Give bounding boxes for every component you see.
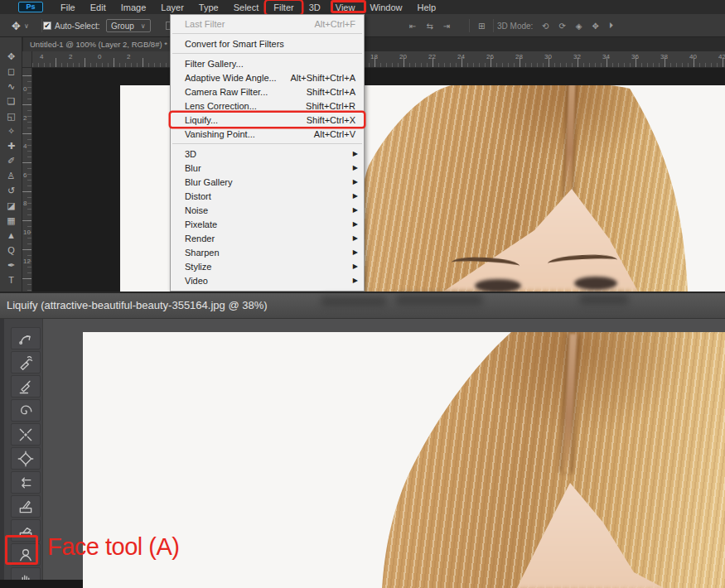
menu-select[interactable]: Select [226,1,267,14]
filter-menu-item-lens-correction[interactable]: Lens Correction...Shift+Ctrl+R [171,99,364,113]
type-tool[interactable]: T [0,272,22,287]
filter-menu-item-blur[interactable]: Blur▶ [171,161,364,175]
ruler-label: 32 [573,53,581,60]
menu-separator [172,53,362,54]
camera-3d-icon[interactable]: ⏵ [609,21,613,31]
gradient-tool[interactable]: ▦ [0,213,22,228]
document-tab-title: Untitled-1 @ 100% (Layer 2, RGB/8#) * [30,40,167,49]
filter-menu-item-noise[interactable]: Noise▶ [171,203,364,217]
liquify-smooth-tool[interactable] [11,375,41,398]
healing-brush-tool[interactable]: ✚ [0,138,22,153]
forward-warp-tool-icon [17,330,34,347]
menu-window[interactable]: Window [362,1,409,14]
lasso-tool[interactable]: ∿ [0,79,22,94]
ruler-label: 12 [23,258,31,265]
dodge-tool[interactable]: Q [0,243,22,258]
ruler-label: 18 [370,53,378,60]
menu-help[interactable]: Help [410,1,444,14]
align-centers-icon[interactable]: ⇆ [426,22,433,31]
face-tool-annotation-box [5,535,38,565]
ruler-label: 22 [428,53,436,60]
filter-menu-item-pixelate[interactable]: Pixelate▶ [171,217,364,231]
ruler-label: 10 [23,229,31,236]
filter-menu-item-video[interactable]: Video▶ [171,273,364,287]
eyedropper-tool[interactable]: ✧ [0,123,22,138]
chevron-down-icon: ∨ [141,22,146,30]
filter-menu-item-stylize[interactable]: Stylize▶ [171,259,364,273]
history-brush-tool[interactable]: ↺ [0,183,22,198]
grid-icon[interactable]: ⊞ [478,22,485,31]
liquify-title: Liquify (attractive-beautiful-beauty-355… [7,299,268,311]
menu-separator [172,33,362,34]
pucker-tool-icon [17,427,34,443]
ruler-label: 30 [544,53,552,60]
ruler-label: 28 [515,53,523,60]
filter-menu-item-camera-raw-filter[interactable]: Camera Raw Filter...Shift+Ctrl+A [171,84,364,99]
menu-image[interactable]: Image [114,1,154,14]
group-dropdown[interactable]: Group ∨ [106,19,151,32]
menu-item-label: Blur [185,163,355,173]
submenu-arrow-icon: ▶ [353,277,358,284]
clone-stamp-tool[interactable]: ♙ [0,168,22,183]
menu-item-label: Lens Correction... [185,101,306,111]
menu-3d[interactable]: 3D [302,1,328,14]
filter-menu-item-distort[interactable]: Distort▶ [171,189,364,203]
slide-3d-icon[interactable]: ✥ [592,22,598,31]
move-tool[interactable]: ✥ [0,49,22,64]
filter-menu-item-adaptive-wide-angle[interactable]: Adaptive Wide Angle...Alt+Shift+Ctrl+A [171,70,364,84]
align-left-edges-icon[interactable]: ⇤ [409,22,416,31]
menu-item-label: Filter Gallery... [185,59,355,69]
menu-edit[interactable]: Edit [83,1,114,14]
filter-menu-item-3d[interactable]: 3D▶ [171,147,364,161]
pen-tool[interactable]: ✒ [0,258,22,272]
filter-menu-item-last-filter[interactable]: Last FilterAlt+Ctrl+F [171,17,364,31]
menu-item-shortcut: Alt+Ctrl+F [314,19,355,29]
liquify-twirl-clockwise-tool[interactable] [11,399,41,422]
liquify-freeze-mask-tool[interactable] [11,495,41,518]
menu-file[interactable]: File [53,1,83,14]
liquify-titlebar[interactable]: Liquify (attractive-beautiful-beauty-355… [0,293,725,319]
menu-item-label: Render [185,234,355,243]
drag-3d-icon[interactable]: ◈ [576,22,582,31]
liquify-pucker-tool[interactable] [11,423,41,446]
crop-tool[interactable]: ◱ [0,108,22,123]
liquify-bloat-tool[interactable] [11,447,41,470]
canvas-pasteboard [32,68,725,292]
filter-menu-item-blur-gallery[interactable]: Blur Gallery▶ [171,175,364,189]
roll-3d-icon[interactable]: ⟳ [558,22,565,31]
filter-menu-item-render[interactable]: Render▶ [171,231,364,245]
chevron-down-icon[interactable]: ∨ [24,22,29,30]
auto-select-checkbox[interactable]: ✔ [43,22,51,30]
filter-menu-item-filter-gallery[interactable]: Filter Gallery... [171,56,364,70]
menu-item-label: 3D [185,149,355,159]
ruler-label: 6 [23,172,31,179]
orbit-3d-icon[interactable]: ⟲ [542,22,549,31]
menu-layer[interactable]: Layer [153,1,191,14]
brush-tool[interactable]: ✐ [0,153,22,168]
menu-type[interactable]: Type [191,1,226,14]
quick-selection-tool[interactable]: ❏ [0,94,22,108]
bloat-tool-icon [17,451,34,467]
align-right-edges-icon[interactable]: ⇥ [443,22,450,31]
liquify-reconstruct-tool[interactable] [11,351,41,374]
menu-filter[interactable]: Filter [266,1,301,14]
submenu-arrow-icon: ▶ [353,164,358,171]
auto-select-label: Auto-Select: [55,22,99,31]
filter-menu-item-liquify[interactable]: Liquify...Shift+Ctrl+X [171,113,364,127]
menu-item-shortcut: Alt+Ctrl+V [314,129,355,139]
liquify-push-left-tool[interactable] [11,471,41,494]
marquee-tool[interactable]: ◻ [0,64,22,79]
filter-menu-item-convert-for-smart-filters[interactable]: Convert for Smart Filters [171,36,364,51]
document-tab[interactable]: Untitled-1 @ 100% (Layer 2, RGB/8#) * × [23,37,186,51]
ruler-label: 4 [40,53,43,60]
menu-item-label: Last Filter [185,19,314,29]
freeze-mask-tool-icon [17,499,34,515]
panel-grip-icon[interactable] [7,41,16,44]
submenu-arrow-icon: ▶ [353,263,358,270]
ruler-label: 38 [660,53,668,60]
filter-menu-item-vanishing-point[interactable]: Vanishing Point...Alt+Ctrl+V [171,127,364,141]
eraser-tool[interactable]: ◪ [0,198,22,213]
liquify-forward-warp-tool[interactable] [11,327,41,349]
filter-menu-item-sharpen[interactable]: Sharpen▶ [171,245,364,259]
shape-tool[interactable]: ▲ [0,228,22,243]
